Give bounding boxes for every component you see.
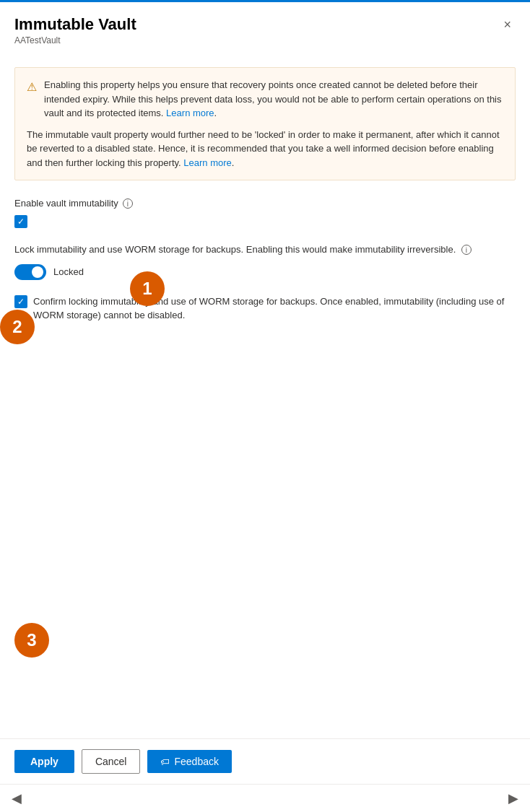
warning-icon: ⚠ bbox=[27, 79, 37, 96]
panel-header: Immutable Vault AATestVault × bbox=[0, 2, 530, 53]
lock-toggle-label: Locked bbox=[53, 266, 84, 277]
panel-title: Immutable Vault bbox=[14, 15, 136, 34]
lock-toggle[interactable] bbox=[14, 264, 46, 280]
panel-subtitle: AATestVault bbox=[14, 35, 136, 45]
enable-immutability-checkbox[interactable]: ✓ bbox=[14, 215, 27, 228]
learn-more-link-2[interactable]: Learn more bbox=[183, 157, 231, 168]
feedback-label: Feedback bbox=[174, 756, 218, 767]
confirm-checkmark-icon: ✓ bbox=[17, 297, 25, 306]
confirm-text: Confirm locking immutability and use of … bbox=[33, 294, 516, 323]
feedback-button[interactable]: 🏷 Feedback bbox=[147, 750, 231, 773]
lock-info-icon[interactable]: i bbox=[461, 245, 472, 255]
nav-right-button[interactable]: ▶ bbox=[503, 789, 524, 808]
panel-footer: Apply Cancel 🏷 Feedback bbox=[0, 738, 530, 784]
warning-box: ⚠ Enabling this property helps you ensur… bbox=[14, 67, 516, 180]
enable-immutability-checkbox-wrapper[interactable]: ✓ bbox=[14, 214, 516, 228]
step-2-circle: 2 bbox=[0, 310, 35, 344]
immutable-vault-panel: Immutable Vault AATestVault × ⚠ Enabling… bbox=[0, 0, 530, 812]
learn-more-link-1[interactable]: Learn more bbox=[166, 108, 214, 118]
confirm-checkbox-row: ✓ Confirm locking immutability and use o… bbox=[14, 294, 516, 323]
content-spacer bbox=[14, 340, 516, 614]
cancel-button[interactable]: Cancel bbox=[82, 749, 141, 774]
header-text: Immutable Vault AATestVault bbox=[14, 15, 136, 45]
toggle-knob bbox=[32, 266, 43, 278]
warning-second-paragraph: The immutable vault property would furth… bbox=[27, 128, 503, 170]
step-3-area: 3 bbox=[14, 614, 516, 658]
immutability-section-label: Enable vault immutability i bbox=[14, 198, 516, 209]
lock-toggle-row: Locked bbox=[14, 264, 516, 280]
nav-arrows: ◀ ▶ bbox=[0, 784, 530, 812]
warning-text-1: Enabling this property helps you ensure … bbox=[44, 78, 503, 121]
apply-button[interactable]: Apply bbox=[14, 750, 74, 773]
close-button[interactable]: × bbox=[499, 15, 516, 34]
checkmark-icon: ✓ bbox=[17, 217, 25, 226]
immutability-info-icon[interactable]: i bbox=[123, 198, 133, 209]
panel-body: ⚠ Enabling this property helps you ensur… bbox=[0, 53, 530, 738]
confirm-checkbox[interactable]: ✓ bbox=[14, 295, 27, 308]
feedback-icon: 🏷 bbox=[160, 756, 170, 767]
nav-left-button[interactable]: ◀ bbox=[6, 789, 27, 808]
step-3-circle: 3 bbox=[14, 623, 49, 658]
lock-section-label: Lock immutability and use WORM storage f… bbox=[14, 243, 516, 257]
warning-first-row: ⚠ Enabling this property helps you ensur… bbox=[27, 78, 503, 121]
